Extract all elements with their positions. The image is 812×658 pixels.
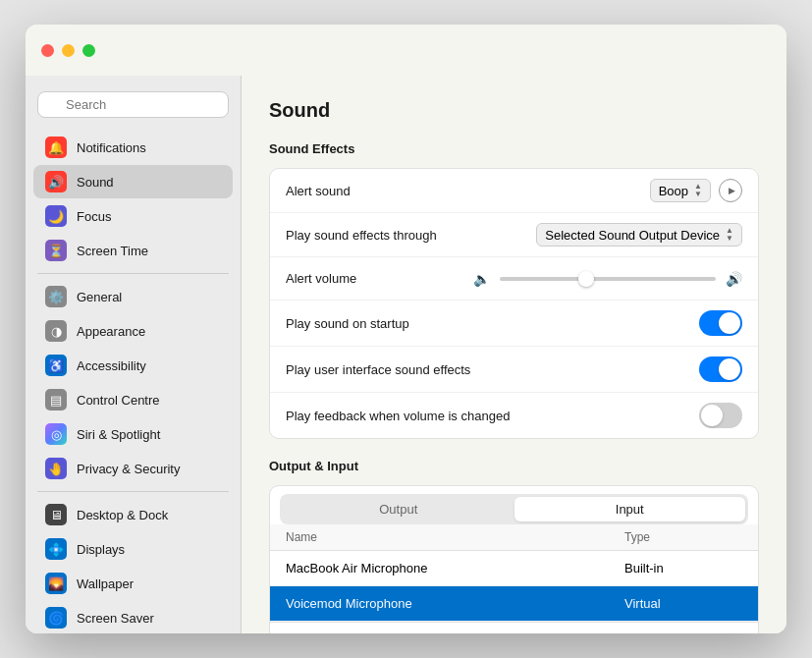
play-ui-toggle[interactable]	[699, 356, 742, 382]
selector-arrows: ▲ ▼	[694, 183, 702, 198]
sidebar-item-privacy[interactable]: 🤚 Privacy & Security	[33, 452, 233, 485]
search-wrapper: 🔍	[37, 91, 229, 118]
siri-icon: ◎	[45, 423, 67, 445]
sidebar-item-focus[interactable]: 🌙 Focus	[33, 199, 233, 233]
io-device-row-1[interactable]: Voicemod Microphone Virtual	[270, 586, 758, 622]
sidebar-item-screentime[interactable]: ⏳ Screen Time	[33, 234, 233, 267]
sidebar-item-desktop[interactable]: 🖥 Desktop & Dock	[33, 498, 233, 531]
device-name-1: Voicemod Microphone	[286, 596, 624, 611]
io-table-header: Name Type	[270, 524, 758, 551]
volume-high-icon: 🔊	[726, 271, 742, 287]
sidebar-item-screensaver[interactable]: 🌀 Screen Saver	[33, 601, 233, 633]
displays-icon: 💠	[45, 538, 67, 560]
divider-1	[37, 273, 229, 274]
output-device-selector[interactable]: Selected Sound Output Device ▲ ▼	[536, 223, 742, 247]
tab-input[interactable]: Input	[514, 497, 746, 521]
accessibility-icon: ♿	[45, 355, 67, 376]
alert-sound-selector[interactable]: Boop ▲ ▼	[650, 179, 711, 202]
output-input-section-title: Output & Input	[269, 459, 759, 473]
sidebar-item-label-siri: Siri & Spotlight	[77, 427, 160, 442]
alert-sound-control: Boop ▲ ▼	[650, 179, 742, 202]
screensaver-icon: 🌀	[45, 607, 67, 629]
play-ui-thumb	[719, 358, 740, 380]
privacy-icon: 🤚	[45, 458, 67, 479]
sidebar-item-label-focus: Focus	[77, 209, 111, 224]
play-through-row: Play sound effects through Selected Soun…	[270, 213, 758, 257]
sidebar-item-label-accessibility: Accessibility	[77, 358, 146, 373]
input-level-label: Input level	[286, 632, 344, 633]
alert-sound-row: Alert sound Boop ▲ ▼	[270, 169, 758, 213]
sidebar-item-siri[interactable]: ◎ Siri & Spotlight	[33, 417, 233, 451]
play-through-label: Play sound effects through	[286, 228, 536, 243]
device-type-0: Built-in	[624, 561, 742, 576]
play-feedback-control	[699, 403, 742, 428]
tab-bar: Output Input	[280, 494, 748, 524]
traffic-lights	[41, 44, 95, 57]
volume-thumb[interactable]	[578, 271, 594, 287]
controlcentre-icon: ▤	[45, 389, 67, 411]
focus-icon: 🌙	[45, 205, 67, 227]
alert-sound-value: Boop	[659, 184, 688, 198]
sound-icon: 🔊	[45, 171, 67, 192]
panel-title: Sound	[269, 99, 759, 122]
col-name-header: Name	[286, 530, 624, 544]
alert-volume-label: Alert volume	[286, 271, 473, 286]
close-button[interactable]	[41, 44, 54, 57]
sidebar-item-label-general: General	[77, 290, 122, 304]
play-feedback-thumb	[701, 405, 723, 426]
volume-track[interactable]	[500, 277, 716, 281]
wallpaper-icon: 🌄	[45, 573, 67, 594]
screentime-icon: ⏳	[45, 240, 67, 261]
device-type-1: Virtual	[624, 596, 742, 611]
notifications-icon: 🔔	[45, 137, 67, 158]
search-container: 🔍	[26, 83, 241, 130]
tab-container: Output Input	[270, 486, 758, 524]
sidebar-item-wallpaper[interactable]: 🌄 Wallpaper	[33, 567, 233, 600]
sidebar-item-sound[interactable]: 🔊 Sound	[33, 165, 233, 198]
search-input[interactable]	[37, 91, 229, 118]
play-startup-control	[699, 310, 742, 336]
maximize-button[interactable]	[82, 44, 95, 57]
sidebar-item-notifications[interactable]: 🔔 Notifications	[33, 131, 233, 164]
io-device-row-0[interactable]: MacBook Air Microphone Built-in	[270, 551, 758, 586]
sidebar-item-label-appearance: Appearance	[77, 324, 145, 339]
alert-volume-row: Alert volume 🔈 🔊	[270, 257, 758, 301]
divider-2	[37, 491, 229, 492]
sidebar-item-label-privacy: Privacy & Security	[77, 462, 180, 476]
sidebar-item-appearance[interactable]: ◑ Appearance	[33, 314, 233, 348]
tab-output[interactable]: Output	[283, 497, 514, 521]
output-input-group: Output Input Name Type MacBook Air Micro…	[269, 485, 759, 633]
sidebar-item-accessibility[interactable]: ♿ Accessibility	[33, 349, 233, 382]
sidebar-item-label-desktop: Desktop & Dock	[77, 508, 168, 522]
sound-effects-group: Alert sound Boop ▲ ▼	[269, 168, 759, 439]
play-through-control: Selected Sound Output Device ▲ ▼	[536, 223, 742, 247]
volume-slider: 🔈 🔊	[473, 271, 742, 287]
sidebar-item-label-wallpaper: Wallpaper	[77, 576, 134, 591]
main-content: 🔍 🔔 Notifications 🔊 Sound 🌙 Focus ⏳ Scre…	[26, 76, 786, 633]
input-level-row: Input level	[270, 622, 758, 633]
play-startup-toggle[interactable]	[699, 310, 742, 336]
minimize-button[interactable]	[62, 44, 75, 57]
volume-low-icon: 🔈	[473, 271, 490, 287]
output-selector-arrows: ▲ ▼	[726, 227, 733, 243]
sidebar: 🔍 🔔 Notifications 🔊 Sound 🌙 Focus ⏳ Scre…	[26, 76, 242, 633]
titlebar	[26, 25, 786, 76]
panel-wrapper: Sound Sound Effects Alert sound Boop ▲ ▼	[242, 76, 786, 633]
play-feedback-row: Play feedback when volume is changed	[270, 393, 758, 438]
play-feedback-toggle[interactable]	[699, 403, 742, 428]
output-device-value: Selected Sound Output Device	[545, 228, 720, 243]
sidebar-item-label-notifications: Notifications	[77, 140, 146, 155]
appearance-icon: ◑	[45, 320, 67, 342]
desktop-icon: 🖥	[45, 504, 67, 525]
sidebar-item-label-sound: Sound	[77, 175, 114, 190]
general-icon: ⚙️	[45, 286, 67, 307]
sidebar-item-label-screensaver: Screen Saver	[77, 611, 154, 626]
alert-sound-label: Alert sound	[286, 184, 650, 198]
sidebar-item-controlcentre[interactable]: ▤ Control Centre	[33, 383, 233, 416]
sidebar-item-label-screentime: Screen Time	[77, 244, 148, 258]
play-startup-label: Play sound on startup	[286, 316, 699, 331]
sidebar-item-label-controlcentre: Control Centre	[77, 393, 160, 408]
sidebar-item-general[interactable]: ⚙️ General	[33, 280, 233, 313]
sidebar-item-displays[interactable]: 💠 Displays	[33, 532, 233, 566]
alert-sound-play-button[interactable]	[719, 179, 742, 202]
